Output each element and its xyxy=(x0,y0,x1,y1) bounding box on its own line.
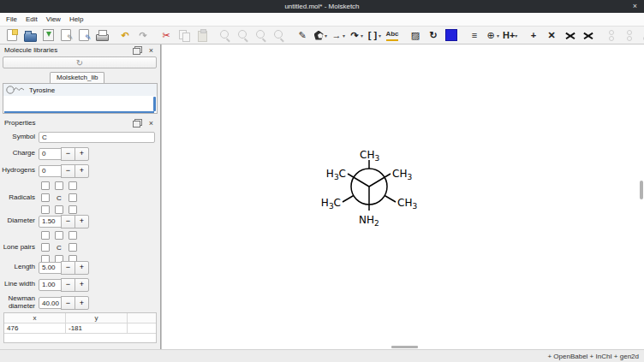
print-icon xyxy=(95,28,110,43)
draw-tool-button[interactable]: ✎ xyxy=(295,27,310,43)
newman-diameter-input[interactable]: 40.00 xyxy=(39,297,62,309)
substituent-h3c-lower-left[interactable]: H3C xyxy=(321,197,341,211)
coord-column-y[interactable]: y xyxy=(66,313,128,323)
line-width-input[interactable]: 1.00 xyxy=(39,279,62,291)
diameter-decrement-button[interactable]: − xyxy=(61,215,75,228)
hydrogens-input[interactable]: 0 xyxy=(39,165,62,177)
length-label: Length xyxy=(0,264,35,271)
line-width-increment-button[interactable]: + xyxy=(75,278,89,292)
coord-x-value[interactable]: 476 xyxy=(4,323,66,334)
radicals-grid: C xyxy=(39,180,80,216)
menu-edit[interactable]: Edit xyxy=(21,13,42,26)
hydrogens-decrement-button[interactable]: − xyxy=(61,164,75,178)
substituent-ch3-upper-right[interactable]: CH3 xyxy=(392,168,412,181)
substituent-ch3-lower-right[interactable]: CH3 xyxy=(397,197,417,211)
newman-diameter-decrement-button[interactable]: − xyxy=(61,296,75,310)
symbol-input[interactable]: C xyxy=(39,132,155,143)
bracket-tool-button[interactable]: [ ]▾ xyxy=(367,27,382,43)
radicals-center-atom: C xyxy=(57,194,62,202)
library-refresh-button[interactable]: ↻ xyxy=(3,56,157,68)
new-file-button[interactable] xyxy=(4,27,20,43)
library-panel-close-button[interactable]: × xyxy=(149,46,153,55)
menu-help[interactable]: Help xyxy=(65,13,87,26)
delete-tool-button[interactable]: ✕ xyxy=(544,27,559,43)
charge-decrement-button[interactable]: − xyxy=(61,147,75,161)
charge-increment-button[interactable]: + xyxy=(75,147,89,161)
translate-tool-button[interactable]: + xyxy=(526,27,541,43)
charge-input[interactable]: 0 xyxy=(39,148,62,160)
coord-column-x[interactable]: x xyxy=(4,313,66,323)
mechanism-arrow-tool-button[interactable]: ↷▾ xyxy=(349,27,364,43)
charge-tool-button[interactable]: ⊕▾ xyxy=(485,27,500,43)
menu-view[interactable]: View xyxy=(42,13,65,26)
properties-panel-close-button[interactable]: × xyxy=(149,119,153,128)
radical-checkbox[interactable] xyxy=(41,193,50,202)
open-file-button[interactable] xyxy=(22,27,38,43)
text-tool-button[interactable]: Abc xyxy=(385,27,400,43)
export-button[interactable] xyxy=(76,27,92,43)
panel-float-icon[interactable] xyxy=(133,48,140,55)
line-width-label: Line width xyxy=(0,281,35,288)
newman-diameter-increment-button[interactable]: + xyxy=(75,296,89,310)
length-increment-button[interactable]: + xyxy=(75,261,89,275)
zoom-out-icon xyxy=(236,28,251,43)
save-file-button[interactable] xyxy=(40,27,56,43)
substituent-nh2-bottom[interactable]: NH2 xyxy=(359,214,379,228)
radical-checkbox[interactable] xyxy=(69,205,77,214)
list-item-tyrosine[interactable]: Tyrosine xyxy=(3,84,157,96)
bond-type-tool-button[interactable]: ≡ xyxy=(467,27,482,43)
electron-arrow-2-icon xyxy=(581,28,595,43)
coord-row-spacer xyxy=(128,323,156,334)
cut-button[interactable]: ✂ xyxy=(158,27,174,43)
canvas-vertical-scrollbar[interactable] xyxy=(640,181,643,199)
save-as-button[interactable] xyxy=(58,27,74,43)
radical-checkbox[interactable] xyxy=(41,181,50,190)
radical-checkbox[interactable] xyxy=(41,205,50,214)
zoom-fit-icon xyxy=(272,28,287,43)
library-list-horizontal-scrollbar[interactable] xyxy=(4,111,154,113)
molecule-drawing[interactable]: CH3H3CCH3H3CCH3NH2 xyxy=(301,135,438,238)
electron-arrow-2-button[interactable] xyxy=(580,27,595,43)
lone-pair-checkbox[interactable] xyxy=(55,231,63,240)
radical-checkbox[interactable] xyxy=(69,181,77,190)
lone-pair-checkbox[interactable] xyxy=(41,231,50,240)
molecule-library-list: Tyrosine xyxy=(3,83,158,114)
bond-line[interactable] xyxy=(343,196,354,203)
color-swatch-icon xyxy=(444,28,459,43)
library-list-vertical-scrollbar[interactable] xyxy=(153,97,156,111)
radical-checkbox[interactable] xyxy=(55,181,63,190)
radical-checkbox[interactable] xyxy=(69,193,77,202)
lone-pair-checkbox[interactable] xyxy=(41,243,50,252)
color-swatch-button[interactable] xyxy=(444,27,459,43)
ring-tool-button[interactable]: ▾ xyxy=(313,27,328,43)
window-close-button[interactable]: × xyxy=(633,0,637,13)
bond-line[interactable] xyxy=(385,196,396,203)
electron-arrow-1-icon xyxy=(563,28,577,43)
titlebar[interactable]: untitled.mol* - Molsketch × xyxy=(0,0,644,13)
charge-tool-icon: ⊕ xyxy=(485,28,497,43)
substituent-h3c-upper-left[interactable]: H3C xyxy=(326,168,346,181)
diameter-input[interactable]: 1.50 xyxy=(39,216,62,228)
substituent-ch3-top[interactable]: CH3 xyxy=(360,149,379,163)
undo-button[interactable]: ↶ xyxy=(117,27,133,43)
drawing-canvas[interactable]: CH3H3CCH3H3CCH3NH2 xyxy=(161,45,644,349)
rotate-tool-button[interactable]: ↻ xyxy=(426,27,441,43)
panel-float-icon[interactable] xyxy=(133,121,140,128)
coord-y-value[interactable]: -181 xyxy=(66,323,128,334)
hatch-tool-button[interactable]: ▨ xyxy=(408,27,423,43)
radical-checkbox[interactable] xyxy=(55,205,63,214)
line-width-decrement-button[interactable]: − xyxy=(61,278,75,292)
length-input[interactable]: 5.00 xyxy=(39,262,62,274)
hydrogens-increment-button[interactable]: + xyxy=(75,164,89,178)
diameter-increment-button[interactable]: + xyxy=(75,215,89,228)
menu-file[interactable]: File xyxy=(2,13,21,26)
canvas-horizontal-scrollbar[interactable] xyxy=(391,346,418,348)
hydrogen-tool-button[interactable]: H+▾ xyxy=(503,27,518,43)
length-decrement-button[interactable]: − xyxy=(61,261,75,275)
flip-horizontal-icon xyxy=(604,28,618,43)
print-button[interactable] xyxy=(94,27,110,43)
lone-pair-checkbox[interactable] xyxy=(69,231,77,240)
electron-arrow-1-button[interactable] xyxy=(562,27,577,43)
lone-pair-checkbox[interactable] xyxy=(69,243,77,252)
arrow-tool-button[interactable]: →▾ xyxy=(331,27,346,43)
